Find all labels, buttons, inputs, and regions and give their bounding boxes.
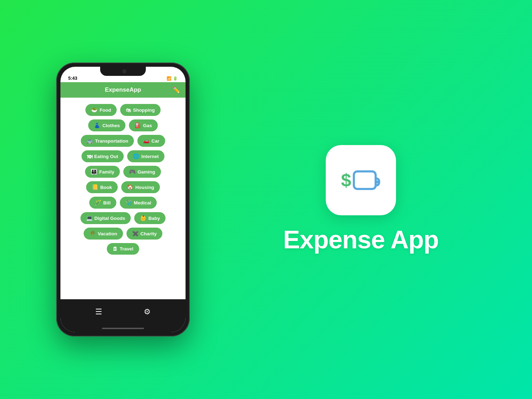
category-row-2: 👗 Clothes ⛽ Gas	[88, 119, 157, 131]
chip-food[interactable]: 🥗 Food	[85, 104, 117, 116]
category-row-9: 🌴 Vacation ✖️ Charity	[84, 228, 162, 240]
gaming-emoji: 🎮	[129, 169, 136, 175]
chip-baby[interactable]: 👶 Baby	[134, 212, 166, 224]
book-emoji: 📒	[92, 184, 98, 190]
internet-label: Internet	[141, 154, 159, 159]
chip-clothes[interactable]: 👗 Clothes	[88, 119, 125, 131]
chip-housing[interactable]: 🏠 Housing	[121, 181, 160, 193]
charity-emoji: ✖️	[132, 230, 139, 237]
charity-label: Charity	[141, 231, 157, 236]
bill-emoji: 🪄	[95, 200, 102, 206]
digital-goods-emoji: 💻	[86, 215, 93, 221]
transportation-emoji: 🚌	[86, 138, 93, 144]
travel-emoji: 🗓	[112, 246, 118, 252]
category-row-5: 👨‍👩‍👧 Family 🎮 Gaming	[85, 166, 161, 178]
transportation-label: Transportation	[95, 138, 128, 144]
vacation-label: Vacation	[98, 231, 117, 236]
chip-vacation[interactable]: 🌴 Vacation	[84, 228, 123, 240]
food-label: Food	[99, 107, 111, 113]
housing-emoji: 🏠	[127, 184, 134, 190]
chip-gaming[interactable]: 🎮 Gaming	[123, 166, 161, 178]
wifi-icon: 📶	[167, 76, 171, 81]
battery-icon: 🔋	[173, 76, 178, 81]
chip-transportation[interactable]: 🚌 Transportation	[81, 135, 134, 147]
category-row-4: 🍽 Eating Out 🌐 Internet	[82, 150, 164, 162]
tab-list-icon[interactable]: ☰	[95, 307, 102, 316]
chip-shopping[interactable]: 🛍 Shopping	[120, 104, 160, 116]
digital-goods-label: Digital Goods	[95, 216, 125, 221]
baby-label: Baby	[148, 216, 160, 221]
content-area: 🥗 Food 🛍 Shopping 👗 Clothes ⛽	[60, 98, 186, 299]
chip-medical[interactable]: 🩺 Medical	[120, 197, 157, 209]
gas-label: Gas	[143, 123, 152, 128]
svg-point-1	[376, 181, 378, 183]
phone-mockup: 5:43 📶 🔋 ExpenseApp ✏️ 🥗 Food	[56, 63, 190, 336]
app-name: Expense App	[283, 225, 439, 254]
branding-section: $ Expense App	[190, 145, 532, 254]
eating-out-emoji: 🍽	[87, 153, 92, 159]
status-icons: 📶 🔋	[167, 76, 178, 81]
shopping-emoji: 🛍	[126, 107, 131, 113]
baby-emoji: 👶	[140, 215, 147, 221]
family-label: Family	[99, 169, 114, 175]
book-label: Book	[100, 185, 112, 190]
chip-travel[interactable]: 🗓 Travel	[107, 243, 139, 255]
clothes-emoji: 👗	[94, 122, 100, 129]
chip-car[interactable]: 🚗 Car	[137, 135, 165, 147]
category-row-8: 💻 Digital Goods 👶 Baby	[80, 212, 166, 224]
chip-charity[interactable]: ✖️ Charity	[126, 228, 163, 240]
clothes-label: Clothes	[102, 123, 120, 128]
medical-emoji: 🩺	[125, 200, 132, 206]
chip-digital-goods[interactable]: 💻 Digital Goods	[80, 212, 131, 224]
gas-emoji: ⛽	[135, 122, 141, 129]
tab-settings-icon[interactable]: ⚙	[144, 307, 151, 316]
svg-rect-0	[354, 171, 376, 189]
phone-shell: 5:43 📶 🔋 ExpenseApp ✏️ 🥗 Food	[56, 63, 190, 336]
chip-bill[interactable]: 🪄 Bill	[89, 197, 116, 209]
notch	[100, 67, 146, 76]
travel-label: Travel	[119, 246, 133, 251]
car-label: Car	[151, 138, 160, 144]
phone-screen: 5:43 📶 🔋 ExpenseApp ✏️ 🥗 Food	[60, 67, 186, 332]
chip-book[interactable]: 📒 Book	[86, 181, 118, 193]
camera-dot	[122, 69, 126, 73]
internet-emoji: 🌐	[133, 153, 140, 159]
home-indicator	[60, 325, 186, 332]
category-row-1: 🥗 Food 🛍 Shopping	[85, 104, 160, 116]
category-row-3: 🚌 Transportation 🚗 Car	[81, 135, 165, 147]
dollar-sign: $	[341, 170, 351, 191]
vacation-emoji: 🌴	[89, 230, 96, 237]
family-emoji: 👨‍👩‍👧	[91, 169, 97, 175]
category-row-10: 🗓 Travel	[107, 243, 139, 255]
chip-family[interactable]: 👨‍👩‍👧 Family	[85, 166, 120, 178]
category-row-7: 🪄 Bill 🩺 Medical	[89, 197, 157, 209]
bill-label: Bill	[103, 200, 111, 205]
eating-out-label: Eating Out	[94, 154, 118, 159]
shopping-label: Shopping	[133, 107, 155, 113]
chip-internet[interactable]: 🌐 Internet	[127, 150, 164, 162]
home-bar	[102, 328, 144, 329]
wallet-icon	[352, 168, 381, 192]
gaming-label: Gaming	[137, 169, 155, 175]
car-emoji: 🚗	[143, 138, 150, 144]
chip-gas[interactable]: ⛽ Gas	[129, 119, 158, 131]
nav-title: ExpenseApp	[105, 86, 141, 93]
app-icon: $	[326, 145, 396, 215]
status-time: 5:43	[68, 76, 77, 81]
chip-eating-out[interactable]: 🍽 Eating Out	[82, 150, 124, 162]
medical-label: Medical	[134, 200, 151, 205]
app-icon-inner: $	[341, 168, 381, 192]
housing-label: Housing	[135, 185, 154, 190]
food-emoji: 🥗	[91, 107, 98, 113]
edit-button[interactable]: ✏️	[172, 86, 180, 94]
category-row-6: 📒 Book 🏠 Housing	[86, 181, 160, 193]
nav-bar: ExpenseApp ✏️	[60, 82, 186, 98]
tab-bar: ☰ ⚙	[60, 299, 186, 325]
